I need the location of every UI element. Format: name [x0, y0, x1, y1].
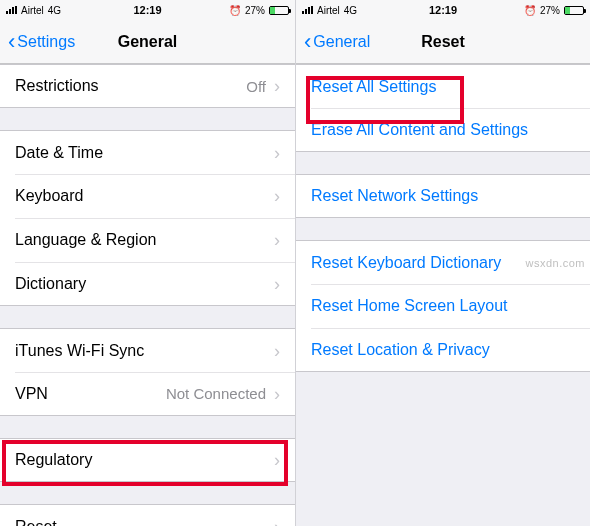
row-vpn[interactable]: VPN Not Connected ›	[0, 372, 295, 416]
chevron-left-icon: ‹	[8, 31, 15, 53]
row-dictionary[interactable]: Dictionary ›	[0, 262, 295, 306]
status-time: 12:19	[0, 4, 295, 16]
row-reset-all-settings[interactable]: Reset All Settings	[296, 64, 590, 108]
chevron-right-icon: ›	[274, 342, 280, 360]
back-label: Settings	[17, 33, 75, 51]
reset-list: Reset All Settings Erase All Content and…	[296, 64, 590, 526]
watermark: wsxdn.com	[525, 257, 585, 269]
row-label: Regulatory	[15, 451, 274, 469]
chevron-right-icon: ›	[274, 231, 280, 249]
nav-bar: ‹ Settings General	[0, 20, 295, 64]
row-label: Reset All Settings	[311, 78, 575, 96]
row-label: Reset Network Settings	[311, 187, 575, 205]
row-label: Language & Region	[15, 231, 274, 249]
chevron-right-icon: ›	[274, 77, 280, 95]
row-label: Restrictions	[15, 77, 246, 95]
row-itunes-wifi-sync[interactable]: iTunes Wi-Fi Sync ›	[0, 328, 295, 372]
screenshot-general: Airtel 4G 12:19 ⏰ 27% ‹ Settings General…	[0, 0, 295, 526]
row-erase-all-content[interactable]: Erase All Content and Settings	[296, 108, 590, 152]
battery-icon	[564, 6, 584, 15]
row-reset-location-privacy[interactable]: Reset Location & Privacy	[296, 328, 590, 372]
row-value: Off	[246, 78, 266, 95]
back-button-settings[interactable]: ‹ Settings	[8, 31, 75, 53]
row-reset-home-screen[interactable]: Reset Home Screen Layout	[296, 284, 590, 328]
chevron-right-icon: ›	[274, 187, 280, 205]
chevron-right-icon: ›	[274, 275, 280, 293]
row-language-region[interactable]: Language & Region ›	[0, 218, 295, 262]
settings-list: Restrictions Off › Date & Time › Keyboar…	[0, 64, 295, 526]
row-keyboard[interactable]: Keyboard ›	[0, 174, 295, 218]
status-bar: Airtel 4G 12:19 ⏰ 27%	[296, 0, 590, 20]
chevron-right-icon: ›	[274, 144, 280, 162]
back-label: General	[313, 33, 370, 51]
row-label: iTunes Wi-Fi Sync	[15, 342, 274, 360]
battery-icon	[269, 6, 289, 15]
back-button-general[interactable]: ‹ General	[304, 31, 370, 53]
row-label: Keyboard	[15, 187, 274, 205]
row-value: Not Connected	[166, 385, 266, 402]
chevron-right-icon: ›	[274, 385, 280, 403]
row-label: Reset Home Screen Layout	[311, 297, 575, 315]
nav-bar: ‹ General Reset	[296, 20, 590, 64]
row-label: Date & Time	[15, 144, 274, 162]
row-regulatory[interactable]: Regulatory ›	[0, 438, 295, 482]
chevron-right-icon: ›	[274, 518, 280, 527]
row-label: Reset Location & Privacy	[311, 341, 575, 359]
row-reset-network[interactable]: Reset Network Settings	[296, 174, 590, 218]
status-time: 12:19	[296, 4, 590, 16]
row-label: Erase All Content and Settings	[311, 121, 575, 139]
row-restrictions[interactable]: Restrictions Off ›	[0, 64, 295, 108]
row-label: Reset	[15, 518, 274, 527]
chevron-right-icon: ›	[274, 451, 280, 469]
row-reset[interactable]: Reset ›	[0, 504, 295, 526]
row-label: Dictionary	[15, 275, 274, 293]
row-label: VPN	[15, 385, 166, 403]
status-bar: Airtel 4G 12:19 ⏰ 27%	[0, 0, 295, 20]
chevron-left-icon: ‹	[304, 31, 311, 53]
row-date-time[interactable]: Date & Time ›	[0, 130, 295, 174]
